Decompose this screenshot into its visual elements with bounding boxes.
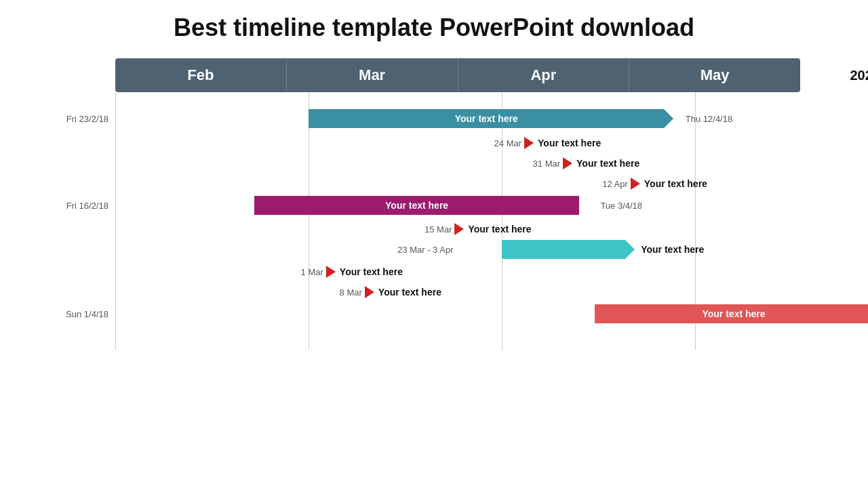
milestone-15mar-date: 15 Mar xyxy=(425,224,452,235)
milestone-31mar-marker xyxy=(563,157,572,169)
bar-cyan xyxy=(502,240,625,259)
milestone-15mar-label: Your text here xyxy=(468,224,531,235)
bar-red: Your text here xyxy=(595,304,868,323)
timeline-wrapper: Feb Mar Apr May 2022 Fri 23/2/18 Your te… xyxy=(27,58,841,350)
milestone-12apr-date: 12 Apr xyxy=(602,179,628,189)
milestone-1mar-date: 1 Mar xyxy=(301,267,323,277)
month-feb: Feb xyxy=(115,58,287,92)
row-purple-bar: Fri 16/2/18 Your text here Tue 3/4/18 xyxy=(115,192,868,218)
milestone-31mar-label: Your text here xyxy=(576,158,639,169)
bar-red-label: Your text here xyxy=(702,308,765,319)
date-left-1: Fri 23/2/18 xyxy=(27,114,108,124)
timeline-header: Feb Mar Apr May xyxy=(115,58,800,92)
date-right-5: Tue 3/4/18 xyxy=(587,201,642,211)
date-23mar-3apr: 23 Mar - 3 Apr xyxy=(397,245,453,255)
milestone-15mar: 15 Mar Your text here xyxy=(425,223,532,235)
milestone-31mar: 31 Mar Your text here xyxy=(533,157,640,169)
milestone-24mar: 24 Mar Your text here xyxy=(494,137,601,149)
milestone-1mar-marker xyxy=(326,266,336,278)
milestone-24mar-label: Your text here xyxy=(538,138,601,148)
date-left-10: Sun 1/4/18 xyxy=(27,309,108,319)
year-label: 2022 xyxy=(850,68,869,83)
milestone-12apr: 12 Apr Your text here xyxy=(602,178,707,190)
milestone-24mar-marker xyxy=(524,137,534,149)
milestone-1mar: 1 Mar Your text here xyxy=(301,266,403,278)
timeline-body: Fri 23/2/18 Your text here Thu 12/4/18 2… xyxy=(115,92,868,350)
milestone-8mar-date: 8 Mar xyxy=(340,287,362,298)
bar-purple: Your text here xyxy=(254,196,579,215)
page-title: Best timeline template PowerPoint downlo… xyxy=(174,14,694,42)
month-may: May xyxy=(629,58,800,92)
milestone-8mar-label: Your text here xyxy=(378,287,441,298)
row-teal-bar: Fri 23/2/18 Your text here Thu 12/4/18 xyxy=(115,106,868,131)
date-left-5: Fri 16/2/18 xyxy=(27,201,108,211)
milestone-24mar-date: 24 Mar xyxy=(494,138,521,148)
milestone-15mar-marker xyxy=(454,223,464,235)
month-apr: Apr xyxy=(458,58,630,92)
bar-teal-label: Your text here xyxy=(455,113,518,124)
milestone-12apr-marker xyxy=(631,178,640,190)
row-red-bar: Sun 1/4/18 Your text here Fri 18/5/18 xyxy=(115,301,868,327)
bar-cyan-label: Your text here xyxy=(641,244,704,255)
page: Best timeline template PowerPoint downlo… xyxy=(0,0,868,488)
milestone-31mar-date: 31 Mar xyxy=(533,159,560,169)
date-right-1: Thu 12/4/18 xyxy=(672,114,732,124)
bar-teal: Your text here xyxy=(309,109,664,128)
milestone-1mar-label: Your text here xyxy=(340,266,403,277)
milestone-8mar-marker xyxy=(365,286,374,298)
month-mar: Mar xyxy=(287,58,458,92)
milestone-8mar: 8 Mar Your text here xyxy=(340,286,441,298)
milestone-12apr-label: Your text here xyxy=(644,178,707,189)
bar-purple-label: Your text here xyxy=(385,200,448,211)
